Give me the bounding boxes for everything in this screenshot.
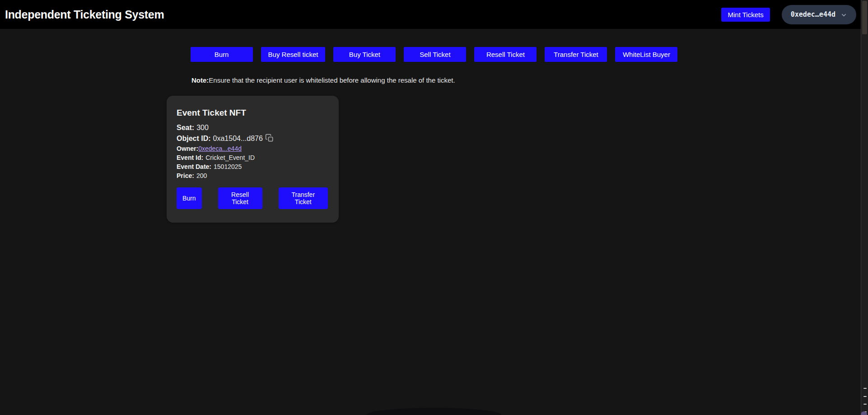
ticket-card-title: Event Ticket NFT: [177, 108, 328, 118]
event-ticket-card: Event Ticket NFT Seat:300 Object ID:0xa1…: [167, 96, 339, 223]
object-id-row: Object ID:0xa1504...d876: [177, 133, 328, 144]
price-row: Price:200: [177, 171, 328, 180]
owner-address-link[interactable]: 0xedeca...e44d: [198, 145, 242, 152]
card-transfer-ticket-button[interactable]: Transfer Ticket: [279, 187, 328, 209]
event-date-label: Event Date:: [177, 163, 211, 170]
seat-label: Seat:: [177, 124, 194, 131]
price-label: Price:: [177, 172, 194, 179]
object-id-label: Object ID:: [177, 135, 211, 142]
wallet-address: 0xedec…e44d: [791, 10, 835, 19]
sell-ticket-button[interactable]: Sell Ticket: [404, 47, 466, 62]
page-title: Independent Ticketing System: [5, 8, 164, 21]
bottom-dock-shadow: [366, 408, 502, 415]
event-id-row: Event Id:Cricket_Event_ID: [177, 153, 328, 162]
whitelist-buyer-button[interactable]: WhiteList Buyer: [615, 47, 677, 62]
card-resell-ticket-button[interactable]: Resell Ticket: [218, 187, 262, 209]
event-id-label: Event Id:: [177, 154, 203, 161]
scrollbar[interactable]: [861, 0, 868, 415]
note-text: Ensure that the recipient user is whitel…: [209, 76, 455, 84]
chevron-down-icon: [840, 12, 847, 19]
card-action-buttons: Burn Resell Ticket Transfer Ticket: [177, 187, 328, 209]
mint-tickets-button[interactable]: Mint Tickets: [721, 8, 770, 22]
note-label: Note:: [191, 76, 209, 84]
whitelist-note: Note:Ensure that the recipient user is w…: [191, 76, 868, 84]
seat-row: Seat:300: [177, 122, 328, 133]
scrollbar-tick: [863, 396, 867, 397]
wallet-address-button[interactable]: 0xedec…e44d: [782, 5, 856, 24]
event-id-value: Cricket_Event_ID: [205, 154, 255, 161]
price-value: 200: [196, 172, 207, 179]
resell-ticket-button[interactable]: Resell Ticket: [474, 47, 537, 62]
object-id-value: 0xa1504...d876: [213, 135, 263, 142]
event-date-row: Event Date:15012025: [177, 162, 328, 171]
buy-ticket-button[interactable]: Buy Ticket: [333, 47, 396, 62]
app-header: Independent Ticketing System Mint Ticket…: [0, 0, 868, 29]
transfer-ticket-button[interactable]: Transfer Ticket: [545, 47, 607, 62]
scrollbar-tick: [863, 404, 867, 405]
burn-button[interactable]: Burn: [191, 47, 253, 62]
widget-corner: [861, 411, 867, 415]
scrollbar-tick: [863, 388, 867, 389]
event-date-value: 15012025: [214, 163, 242, 170]
scrollbar-thumb[interactable]: [862, 1, 867, 34]
seat-value: 300: [196, 124, 209, 131]
owner-row: Owner:0xedeca...e44d: [177, 144, 328, 153]
owner-label: Owner:: [177, 145, 198, 152]
copy-icon[interactable]: [265, 134, 274, 143]
card-burn-button[interactable]: Burn: [177, 187, 202, 209]
ticket-actions-toolbar: Burn Buy Resell ticket Buy Ticket Sell T…: [0, 47, 868, 62]
header-actions: Mint Tickets 0xedec…e44d: [721, 5, 856, 24]
buy-resell-ticket-button[interactable]: Buy Resell ticket: [261, 47, 326, 62]
